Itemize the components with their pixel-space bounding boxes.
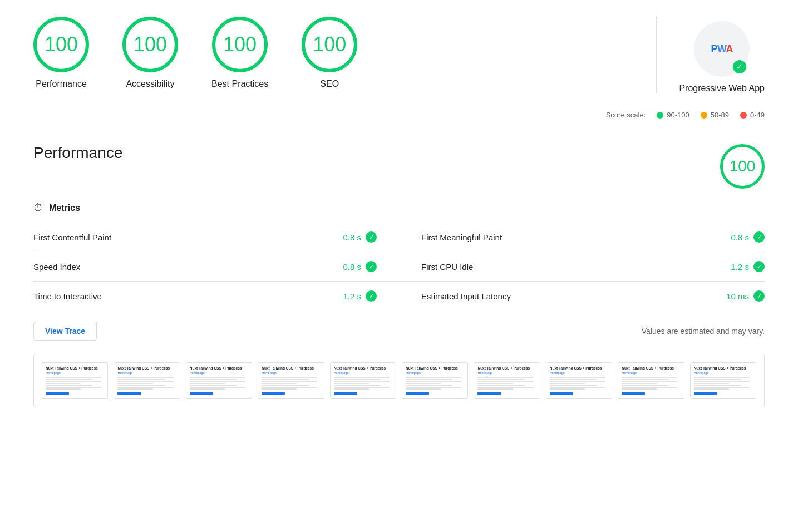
- thumb-button: [262, 392, 285, 395]
- thumb-line: [550, 383, 585, 384]
- pwa-logo-text: PWA: [711, 44, 733, 54]
- score-value-performance: 100: [45, 33, 78, 56]
- thumb-line: [406, 381, 461, 382]
- metric-check-fcp: ✓: [366, 231, 377, 243]
- score-item-seo: 100 SEO: [302, 17, 357, 89]
- metric-name-fmp: First Meaningful Paint: [421, 233, 502, 242]
- score-circle-accessibility: 100: [122, 17, 178, 72]
- thumb-line: [550, 388, 585, 390]
- thumb-line: [406, 387, 461, 388]
- metrics-header: ⏱ Metrics: [33, 202, 765, 214]
- thumbnail-card: Nuxt Tailwind CSS + Purgecss Homepage: [114, 362, 180, 399]
- thumb-line: [334, 377, 390, 378]
- score-item-best-practices: 100 Best Practices: [211, 17, 268, 89]
- thumb-link: Homepage: [406, 371, 464, 375]
- thumb-title: Nuxt Tailwind CSS + Purgecss: [622, 366, 680, 370]
- thumb-line: [550, 381, 605, 382]
- thumb-link: Homepage: [694, 371, 752, 375]
- thumb-line: [334, 381, 390, 382]
- thumb-line: [406, 388, 441, 390]
- thumb-line: [406, 377, 461, 378]
- performance-section: Performance 100 ⏱ Metrics First Contentf…: [0, 127, 798, 424]
- thumb-line: [694, 385, 741, 386]
- metric-value-wrap-fci: 1.2 s ✓: [731, 261, 765, 272]
- thumb-line: [550, 387, 605, 388]
- view-trace-button[interactable]: View Trace: [33, 322, 97, 341]
- thumb-button: [622, 392, 645, 395]
- thumb-line: [262, 388, 297, 390]
- score-item-performance: 100 Performance: [33, 17, 89, 89]
- thumb-line: [477, 381, 533, 382]
- metric-row-eil: Estimated Input Latency 10 ms ✓: [399, 282, 765, 311]
- thumb-link: Homepage: [262, 371, 320, 375]
- thumb-line: [190, 385, 237, 386]
- thumb-line: [550, 379, 597, 380]
- score-value-accessibility: 100: [134, 33, 167, 56]
- pwa-item: PWA ✓ Progressive Web App: [679, 17, 765, 93]
- perf-header: Performance 100: [33, 144, 765, 189]
- score-value-seo: 100: [313, 33, 346, 56]
- thumb-line: [190, 379, 237, 380]
- thumb-line: [622, 379, 668, 380]
- trace-row: View Trace Values are estimated and may …: [33, 322, 765, 341]
- thumb-line: [117, 388, 152, 390]
- thumb-link: Homepage: [117, 371, 176, 375]
- thumb-body: [477, 377, 536, 390]
- thumb-body: [406, 377, 464, 390]
- metric-value-wrap-fmp: 0.8 s ✓: [731, 231, 765, 243]
- score-circle-best-practices: 100: [212, 17, 268, 72]
- thumb-body: [190, 377, 248, 390]
- thumb-line: [334, 385, 381, 386]
- values-note: Values are estimated and may vary.: [642, 327, 765, 336]
- metric-row-si: Speed Index 0.8 s ✓: [33, 252, 399, 282]
- score-label-accessibility: Accessibility: [126, 79, 174, 89]
- stopwatch-icon: ⏱: [33, 202, 43, 214]
- scores-section: 100 Performance 100 Accessibility 100 Be…: [0, 0, 798, 105]
- thumb-body: [117, 377, 176, 390]
- thumbnail-card: Nuxt Tailwind CSS + Purgecss Homepage: [42, 362, 108, 399]
- thumb-line: [694, 388, 729, 390]
- thumb-link: Homepage: [190, 371, 248, 375]
- metric-value-fci: 1.2 s: [731, 262, 749, 272]
- thumb-link: Homepage: [477, 371, 536, 375]
- thumb-line: [622, 388, 657, 390]
- thumb-line: [262, 381, 317, 382]
- scale-dot-green: [657, 112, 663, 119]
- scale-range-green: 90-100: [667, 111, 689, 119]
- thumb-button: [477, 392, 501, 395]
- metric-check-eil: ✓: [753, 290, 765, 302]
- thumb-line: [694, 377, 750, 378]
- pwa-badge: PWA ✓: [694, 21, 750, 77]
- thumb-line: [190, 387, 245, 388]
- thumb-line: [477, 377, 533, 378]
- thumb-title: Nuxt Tailwind CSS + Purgecss: [262, 366, 320, 370]
- thumb-line: [477, 385, 524, 386]
- pwa-divider: [656, 17, 657, 93]
- thumb-line: [334, 379, 381, 380]
- thumb-line: [190, 377, 245, 378]
- thumb-body: [694, 377, 752, 390]
- thumb-title: Nuxt Tailwind CSS + Purgecss: [117, 366, 176, 370]
- thumb-line: [550, 385, 597, 386]
- thumbnail-card: Nuxt Tailwind CSS + Purgecss Homepage: [330, 362, 396, 399]
- scale-dot-red: [740, 112, 747, 119]
- thumb-line: [117, 385, 164, 386]
- thumb-line: [622, 381, 677, 382]
- metric-row-fmp: First Meaningful Paint 0.8 s ✓: [399, 223, 765, 252]
- scale-range-red: 0-49: [750, 111, 765, 119]
- metric-value-fmp: 0.8 s: [731, 233, 749, 242]
- metric-name-eil: Estimated Input Latency: [421, 292, 511, 301]
- thumb-line: [46, 385, 92, 386]
- thumbnail-card: Nuxt Tailwind CSS + Purgecss Homepage: [402, 362, 468, 399]
- metric-value-eil: 10 ms: [726, 292, 749, 301]
- scale-dot-orange: [701, 112, 707, 119]
- score-value-best-practices: 100: [223, 33, 257, 56]
- metric-check-tti: ✓: [366, 290, 377, 302]
- thumb-line: [262, 377, 317, 378]
- thumb-link: Homepage: [622, 371, 680, 375]
- metric-value-wrap-fcp: 0.8 s ✓: [343, 231, 377, 243]
- score-circle-seo: 100: [302, 17, 357, 72]
- thumb-body: [334, 377, 392, 390]
- thumb-title: Nuxt Tailwind CSS + Purgecss: [694, 366, 752, 370]
- thumb-line: [117, 379, 164, 380]
